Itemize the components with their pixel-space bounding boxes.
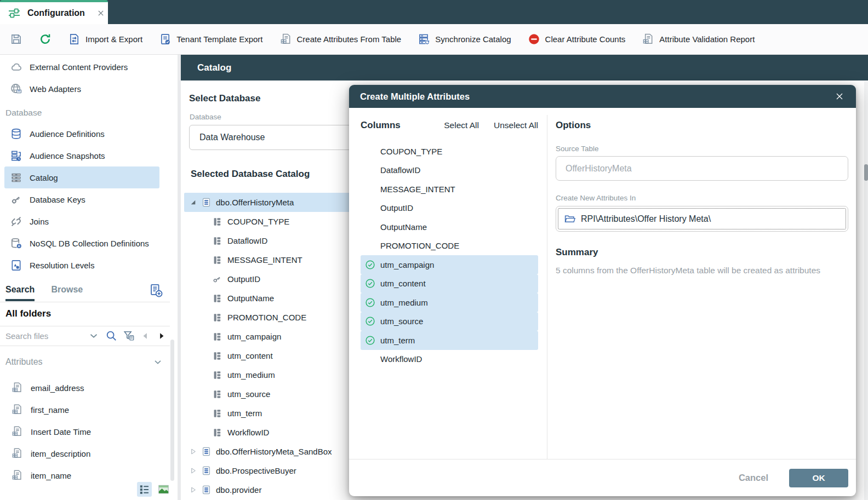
close-icon[interactable]: [96, 8, 106, 18]
column-icon: [212, 427, 222, 438]
sidebar-item-joins[interactable]: Joins: [0, 210, 170, 232]
next-arrow-icon[interactable]: [156, 331, 167, 341]
dialog-column-MESSAGE_INTENT[interactable]: MESSAGE_INTENT: [349, 180, 547, 199]
check-circle-icon: [365, 316, 375, 326]
create-in-field[interactable]: RPI\Attributes\Offer History Meta\: [556, 206, 848, 232]
tree-node-label: COUPON_TYPE: [227, 217, 289, 226]
select-all-link[interactable]: Select All: [444, 120, 479, 130]
divider: [0, 346, 170, 346]
page-scrollbar-thumb[interactable]: [864, 164, 868, 181]
create-attributes-from-table-button[interactable]: Create Attributes From Table: [279, 33, 402, 45]
chevron-down-icon[interactable]: [88, 330, 100, 342]
tab-browse[interactable]: Browse: [51, 280, 83, 301]
attributes-section-label: Attributes: [5, 357, 43, 367]
tenant-template-export-button[interactable]: Tenant Template Export: [159, 33, 262, 45]
tree-node-label: dbo.ProspectiveBuyer: [216, 466, 296, 475]
dialog-column-label: COUPON_TYPE: [380, 147, 442, 156]
dialog-column-DataflowID[interactable]: DataflowID: [349, 161, 547, 180]
dialog-column-WorkflowID[interactable]: WorkflowID: [349, 350, 547, 369]
ok-button[interactable]: OK: [789, 469, 848, 487]
sidebar-item-audience-definitions[interactable]: Audience Definitions: [0, 123, 170, 145]
sidebar-item-web-adapters[interactable]: Web Adapters: [0, 78, 170, 100]
attributes-list: email_addressfirst_nameInsert Date Timei…: [0, 377, 170, 486]
attribute-item[interactable]: item_description: [0, 442, 170, 464]
expander-closed-icon[interactable]: [190, 467, 197, 474]
dialog-column-label: WorkflowID: [380, 354, 422, 364]
synchronize-catalog-button[interactable]: Synchronize Catalog: [418, 33, 511, 45]
cancel-button[interactable]: Cancel: [739, 473, 768, 483]
dialog-column-utm_term[interactable]: utm_term: [361, 331, 538, 350]
dialog-column-utm_medium[interactable]: utm_medium: [361, 293, 538, 312]
search-icon[interactable]: [105, 330, 117, 342]
doc-table-gray-icon: [642, 33, 654, 45]
filter-icon[interactable]: [123, 330, 135, 342]
page-scrollbar-track[interactable]: [864, 81, 868, 500]
attribute-validation-report-button[interactable]: Attribute Validation Report: [642, 33, 755, 45]
tab-bar: Configuration: [0, 0, 868, 24]
columns-header-row: Columns Select All Unselect All: [361, 120, 538, 131]
refresh-button[interactable]: [39, 33, 52, 45]
tree-node-label: utm_medium: [227, 370, 275, 380]
joins-icon: [10, 215, 22, 228]
app-root: Configuration Import & ExportTenant Temp…: [0, 0, 868, 500]
expander-closed-icon[interactable]: [190, 486, 197, 493]
sidebar-item-label: NoSQL DB Collection Definitions: [30, 239, 149, 248]
previous-arrow-icon[interactable]: [140, 331, 151, 341]
dialog-column-utm_campaign[interactable]: utm_campaign: [361, 255, 538, 274]
sidebar-item-external-content-providers[interactable]: External Content Providers: [0, 56, 170, 78]
thumbnail-view-icon[interactable]: [156, 482, 171, 497]
select-database-heading: Select Database: [189, 93, 260, 104]
dialog-column-label: OutputID: [380, 203, 413, 212]
tree-node-label: dbo.provider: [216, 485, 261, 495]
dialog-column-label: utm_medium: [380, 298, 428, 307]
dialog-column-COUPON_TYPE[interactable]: COUPON_TYPE: [349, 142, 547, 161]
tree-node-label: utm_source: [227, 389, 270, 399]
dialog-columns-list: COUPON_TYPEDataflowIDMESSAGE_INTENTOutpu…: [349, 142, 547, 369]
source-table-field: OfferHistoryMeta: [556, 156, 848, 181]
dialog-column-label: MESSAGE_INTENT: [380, 185, 455, 194]
sidebar-database-items: Audience DefinitionsAudience SnapshotsCa…: [0, 123, 170, 276]
clear-attribute-counts-button[interactable]: Clear Attribute Counts: [528, 33, 626, 45]
sidebar-item-audience-snapshots[interactable]: Audience Snapshots: [0, 145, 170, 166]
sidebar-section-database: Database: [0, 103, 170, 123]
sidebar-item-catalog[interactable]: Catalog: [4, 166, 159, 188]
table-icon: [201, 446, 212, 457]
attribute-item[interactable]: email_address: [0, 377, 170, 399]
dialog-column-PROMOTION_CODE[interactable]: PROMOTION_CODE: [349, 237, 547, 256]
sliders-icon: [8, 7, 21, 20]
list-view-icon[interactable]: [137, 482, 152, 497]
view-toggles: [137, 482, 171, 497]
chevron-down-icon[interactable]: [152, 357, 163, 367]
expander-open-icon[interactable]: [190, 199, 197, 206]
tree-node-label: utm_term: [227, 409, 262, 418]
add-document-icon[interactable]: [149, 283, 163, 298]
toolbar-button-label: Tenant Template Export: [176, 35, 262, 44]
dialog-column-utm_content[interactable]: utm_content: [361, 274, 538, 294]
attribute-item[interactable]: Insert Date Time: [0, 421, 170, 442]
tab-title: Configuration: [27, 8, 85, 18]
sidebar-scrollbar-thumb[interactable]: [170, 340, 174, 481]
tab-configuration[interactable]: Configuration: [0, 0, 108, 24]
unselect-all-link[interactable]: Unselect All: [494, 120, 538, 130]
sidebar-item-label: Web Adapters: [30, 84, 81, 94]
search-row: [0, 326, 170, 345]
toolbar-button-label: Clear Attribute Counts: [545, 35, 626, 44]
column-icon: [212, 255, 222, 266]
dialog-column-OutputID[interactable]: OutputID: [349, 199, 547, 218]
tree-node-label: WorkflowID: [227, 428, 269, 437]
sidebar-item-database-keys[interactable]: Database Keys: [0, 188, 170, 210]
dialog-column-OutputName[interactable]: OutputName: [349, 217, 547, 237]
sidebar-item-nosql-db-collection-definitions[interactable]: NoSQL DB Collection Definitions: [0, 232, 170, 254]
attribute-item[interactable]: first_name: [0, 399, 170, 421]
dialog-column-utm_source[interactable]: utm_source: [361, 312, 538, 331]
search-input[interactable]: [5, 331, 82, 341]
save-button[interactable]: [10, 33, 22, 45]
dialog-column-label: utm_content: [380, 279, 426, 288]
check-circle-icon: [365, 297, 375, 308]
tab-search[interactable]: Search: [5, 280, 35, 301]
tree-node-label: PROMOTION_CODE: [227, 313, 306, 322]
expander-closed-icon[interactable]: [190, 448, 197, 455]
sidebar-item-resolution-levels[interactable]: Resolution Levels: [0, 254, 170, 276]
import-export-button[interactable]: Import & Export: [68, 33, 142, 45]
selected-catalog-heading: Selected Database Catalog: [191, 169, 310, 180]
